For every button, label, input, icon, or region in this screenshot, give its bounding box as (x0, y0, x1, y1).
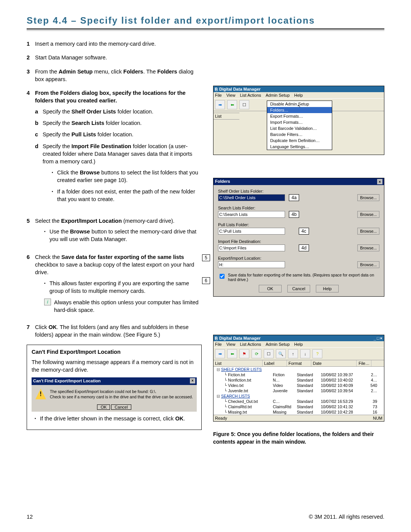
cancel-button[interactable]: Cancel (287, 285, 310, 292)
menu-item[interactable]: Barcode Filters… (267, 131, 332, 137)
table-row[interactable]: └ Missing.txtMissingStandard10/08/02 10:… (213, 409, 384, 415)
table-row[interactable]: └ Fiction.txtFictionStandard10/08/02 10:… (213, 372, 384, 377)
pull-lists-input[interactable] (218, 228, 285, 235)
menu-item[interactable]: Export Formats… (267, 113, 332, 119)
doc-icon[interactable]: ☐ (264, 349, 274, 358)
import-dest-input[interactable] (218, 244, 285, 251)
menu-view[interactable]: View (226, 342, 236, 347)
menu-help[interactable]: Help (294, 342, 303, 347)
callout-4d: 4d (299, 244, 309, 251)
warning-icon: ! (35, 389, 46, 399)
list-header: List (213, 113, 239, 120)
warning-dialog-body: ! The specified Export/Import location c… (32, 385, 197, 403)
warning-box: Can't Find Export/Import Location The fo… (27, 345, 202, 430)
arrow-left-icon[interactable]: ⬅ (227, 349, 237, 358)
browse-button[interactable]: Browse... (357, 244, 379, 251)
menu-view[interactable]: View (226, 93, 236, 97)
arrow-right-icon[interactable]: ➡ (215, 349, 225, 358)
help-button[interactable]: Help (316, 285, 339, 292)
browse-button[interactable]: Browse... (357, 261, 379, 268)
help-icon[interactable]: ? (312, 349, 322, 358)
menu-file[interactable]: File (215, 342, 222, 347)
table-body: ⊟ SHELF ORDER LISTS└ Fiction.txtFictionS… (213, 367, 384, 415)
callout-4a: 4a (289, 194, 299, 201)
menu-item[interactable]: Import Formats… (267, 119, 332, 125)
status-bar: ReadyNUM (213, 415, 384, 421)
browse-button[interactable]: Browse... (357, 211, 379, 218)
menu-file[interactable]: File (215, 93, 222, 97)
step-2: Start Data Manager software. (35, 54, 202, 61)
checkbox[interactable] (220, 274, 225, 279)
step-6: Check the Save data for faster exporting… (35, 253, 202, 317)
screenshot-folders-dialog: Folders× Shelf Order Lists Folder: 4a Br… (213, 178, 384, 297)
menu-admin-setup[interactable]: Admin Setup (266, 342, 290, 347)
ok-button[interactable]: OK (259, 285, 282, 292)
page-number: 12 (27, 514, 33, 520)
table-row[interactable]: └ Checked_Out.txtC…Standard10/07/02 16:5… (213, 399, 384, 404)
search-icon[interactable]: 🔍 (276, 349, 286, 358)
divider (27, 28, 384, 30)
menu-item[interactable]: Duplicate Item Definition… (267, 137, 332, 144)
minimize-icon[interactable]: _ (374, 336, 376, 340)
browse-button[interactable]: Browse... (357, 228, 379, 235)
field-label: Search Lists Folder: (218, 206, 379, 210)
field-label: Import File Destination: (218, 239, 379, 244)
table-header: List Label Format Date File… (213, 360, 384, 367)
tool-icon[interactable]: ☐ (239, 100, 249, 109)
app-icon: ⎘ (215, 336, 218, 340)
menubar: File View List Actions Admin Setup Help (213, 92, 384, 98)
ok-button[interactable]: OK (97, 404, 110, 410)
close-icon[interactable]: × (380, 336, 382, 340)
maximize-icon[interactable]: □ (377, 336, 379, 340)
table-row[interactable]: └ ClaimsRtd.txtClaimsRtdStandard10/08/02… (213, 404, 384, 409)
field-label: Shelf Order Lists Folder: (218, 189, 379, 193)
tip: i Always enable this option unless your … (35, 299, 202, 314)
flag-icon[interactable]: ⚑ (239, 349, 249, 358)
close-icon[interactable]: × (377, 179, 382, 184)
field-label: Export/Import Location: (218, 256, 379, 260)
callout-6: 6 (202, 277, 210, 284)
warning-dialog-title: Can't Find Export/Import Location × (32, 377, 197, 385)
screenshot-menu: ⎘Digital Data Manager File View List Act… (213, 86, 384, 155)
search-lists-input[interactable] (218, 211, 285, 218)
table-row[interactable]: ⊟ SEARCH LISTS (213, 393, 384, 399)
down-icon[interactable]: ↓ (300, 349, 310, 358)
table-row[interactable]: └ Video.txtVideoStandard10/08/02 10:40:0… (213, 383, 384, 388)
browse-button[interactable]: Browse... (357, 194, 379, 201)
shelf-order-input[interactable] (218, 194, 285, 201)
menu-help[interactable]: Help (294, 93, 303, 97)
table-row[interactable]: ⊟ SHELF ORDER LISTS (213, 367, 384, 372)
menu-list-actions[interactable]: List Actions (240, 93, 261, 97)
close-icon[interactable]: × (190, 378, 195, 383)
arrow-right-icon[interactable]: ➡ (215, 100, 225, 109)
export-location-input[interactable] (218, 261, 285, 268)
table-row[interactable]: └ Nonfiction.txtN…Standard10/08/02 10:40… (213, 377, 384, 383)
divider (27, 30, 384, 31)
menu-admin-setup[interactable]: Admin Setup (266, 93, 290, 97)
cancel-button[interactable]: Cancel (111, 404, 131, 410)
menu-item[interactable]: List Barcode Validation… (267, 125, 332, 131)
step-5: Select the Export/Import Location (memor… (35, 217, 202, 247)
app-icon: ⎘ (215, 87, 218, 91)
screenshot-main-window: ⎘Digital Data Manager _ □ × File View Li… (213, 335, 384, 422)
copyright: © 3M 2011. All rights reserved. (309, 514, 384, 520)
info-icon: i (44, 299, 51, 305)
menu-list-actions[interactable]: List Actions (240, 342, 261, 347)
menu-item[interactable]: Language Settings… (267, 144, 332, 150)
up-icon[interactable]: ↑ (288, 349, 298, 358)
step-7: Click OK. The list folders (and any file… (35, 323, 202, 339)
callout-5: 5 (202, 254, 210, 261)
step-4: From the Folders dialog box, specify the… (35, 89, 202, 211)
callout-4b: 4b (289, 211, 299, 218)
field-label: Pull Lists Folder: (218, 222, 379, 227)
callout-4c: 4c (299, 228, 309, 235)
table-row[interactable]: └ Juvenile.txtJuvenileStandard10/08/02 1… (213, 388, 384, 393)
instructions-column: 1Insert a memory card into the memory-ca… (27, 40, 202, 446)
refresh-icon[interactable]: ⟳ (252, 349, 261, 358)
save-data-checkbox[interactable]: Save data for faster exporting of the sa… (218, 273, 379, 282)
arrow-left-icon[interactable]: ⬅ (227, 100, 237, 109)
footer: 12 © 3M 2011. All rights reserved. (27, 514, 384, 520)
step-3: From the Admin Setup menu, click Folders… (35, 68, 202, 83)
figure-caption: Figure 5: Once you define folder locatio… (213, 431, 384, 446)
step-1: Insert a memory card into the memory-car… (35, 40, 202, 48)
